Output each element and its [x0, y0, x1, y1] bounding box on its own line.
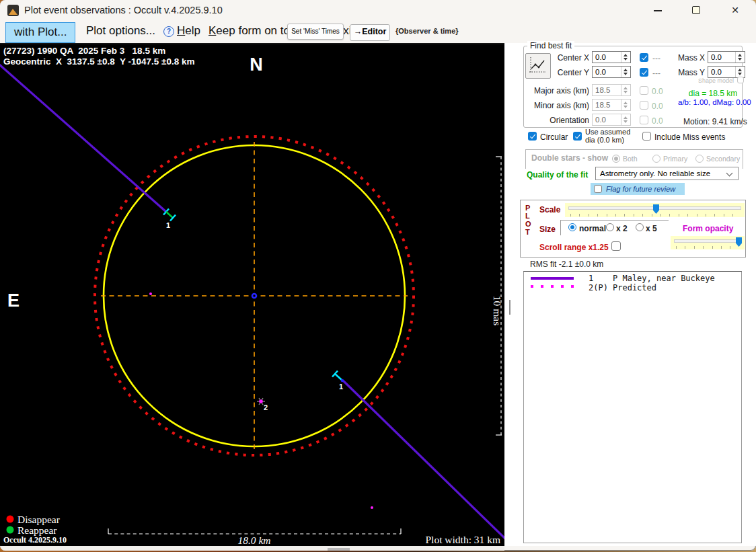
disappear-errorbar-span — [166, 212, 173, 218]
quality-fit-dropdown[interactable]: Astrometry only. No reliable size — [595, 167, 739, 180]
mass-x-spinner[interactable]: 0.0 — [708, 51, 745, 63]
small-point-2 — [371, 506, 373, 509]
motion-label: Motion: 9.41 km/s — [683, 117, 744, 126]
major-axis-unc: 0.0 — [652, 87, 663, 96]
shape-model-checkbox[interactable] — [737, 77, 744, 83]
scale-slider-ticks — [570, 214, 739, 216]
minor-axis-checkbox[interactable] — [640, 101, 648, 110]
plot-width-label: Plot width: 31 km — [425, 534, 500, 545]
bottom-strip — [0, 546, 504, 551]
use-assumed-checkbox[interactable] — [573, 132, 582, 141]
mass-y-value: 0.0 — [711, 68, 722, 76]
major-axis-label: Major axis (km) — [523, 86, 589, 95]
form-opacity-ticks — [676, 246, 739, 249]
center-x-label: Center X — [531, 53, 589, 63]
center-x-spinner[interactable]: 0.0 — [592, 51, 631, 63]
circular-label: Circular — [540, 132, 568, 142]
double-stars-secondary-radio[interactable] — [695, 155, 704, 163]
include-miss-checkbox[interactable] — [642, 132, 651, 141]
mas-scale-label: 10 mas — [492, 296, 503, 325]
include-miss-label: Include Miss events — [654, 132, 725, 142]
major-axis-checkbox[interactable] — [640, 86, 648, 95]
reappear-dot — [7, 526, 14, 534]
center-y-spin-arrows[interactable] — [621, 67, 630, 77]
menu-help-label: Help — [177, 20, 200, 42]
flag-review-checkbox[interactable] — [594, 185, 602, 193]
size-x5-label: x 5 — [646, 224, 657, 233]
double-stars-primary-radio[interactable] — [652, 155, 660, 163]
help-icon[interactable]: ? — [163, 26, 174, 37]
size-normal-label: normal — [579, 224, 606, 233]
scale-slider-thumb[interactable] — [653, 204, 659, 214]
menu-keep-form-on-top[interactable]: Keep form on top — [209, 20, 296, 42]
reappear-point — [341, 379, 344, 382]
chord1-label-disappear: 1 — [166, 221, 170, 229]
editor-button[interactable]: →Editor — [350, 24, 390, 41]
double-stars-both-radio[interactable] — [612, 155, 620, 163]
orientation-label: Orientation — [523, 116, 589, 125]
splitter-handle[interactable] — [509, 300, 511, 315]
minor-axis-spinner[interactable]: 18.5 — [592, 99, 631, 111]
size-x5-radio[interactable] — [636, 223, 644, 231]
disappear-label: Disappear — [17, 514, 61, 525]
title-bar: Plot event observations : Occult v.4.202… — [0, 0, 756, 20]
orientation-spinner[interactable]: 0.0 — [592, 114, 631, 126]
scroll-range-label: Scroll range x1.25 — [539, 243, 609, 252]
center-y-checkbox[interactable] — [640, 68, 648, 77]
predicted-swatch — [529, 284, 578, 289]
form-opacity-slider[interactable] — [671, 236, 745, 249]
scroll-range-checkbox[interactable] — [611, 241, 621, 251]
set-miss-times-button[interactable]: Set 'Miss' Times — [287, 24, 344, 40]
scale-label: Scale — [539, 205, 560, 214]
center-x-spin-arrows[interactable] — [621, 52, 630, 63]
size-label: Size — [539, 225, 556, 234]
center-x-checkbox[interactable] — [640, 53, 648, 62]
center-y-spinner[interactable]: 0.0 — [592, 66, 631, 78]
disappear-dot — [7, 516, 14, 523]
close-icon[interactable]: ✕ — [720, 0, 751, 20]
horizontal-scrollbar-thumb[interactable] — [328, 548, 350, 551]
minor-axis-label: Minor axis (km) — [523, 101, 589, 110]
right-panel: Find best fit Center X 0.0 --- Mass X 0.… — [504, 43, 756, 546]
use-assumed-label-line1: Use assumed — [585, 128, 630, 136]
ab-dmag-label: a/b: 1.00, dMag: 0.00 — [678, 98, 745, 106]
size-normal-radio[interactable] — [568, 223, 576, 231]
mass-y-spin-arrows[interactable] — [735, 67, 745, 77]
window-title: Plot event observations : Occult v.4.202… — [24, 0, 223, 20]
quality-fit-label: Quality of the fit — [527, 170, 588, 180]
use-assumed-label-line2: dia (0.0 km) — [585, 136, 624, 144]
major-axis-spinner[interactable]: 18.5 — [592, 84, 631, 96]
center-marker — [252, 294, 256, 298]
km-scale-bar — [108, 528, 401, 534]
plot-area[interactable]: 1 1 2 10 mas — [0, 43, 504, 546]
double-stars-title: Double stars - show — [531, 153, 608, 163]
menu-plot-options[interactable]: Plot options... — [86, 20, 155, 42]
east-label: E — [7, 290, 20, 311]
reappear-label: Reappear — [17, 524, 57, 536]
observations-list[interactable]: 1 P Maley, near Buckeye 2(P) Predicted — [523, 271, 742, 543]
plot-letter-o: O — [525, 220, 531, 228]
minor-axis-value: 18.5 — [595, 101, 610, 109]
major-axis-value: 18.5 — [595, 86, 610, 94]
orientation-checkbox[interactable] — [640, 116, 648, 124]
find-best-fit-title: Find best fit — [527, 41, 574, 50]
circular-checkbox[interactable] — [528, 132, 537, 141]
size-x2-radio[interactable] — [606, 223, 614, 231]
plot-canvas[interactable]: 1 1 2 10 mas — [0, 44, 504, 546]
small-point-1 — [149, 292, 152, 295]
minor-axis-unc: 0.0 — [652, 102, 663, 111]
form-opacity-thumb[interactable] — [736, 237, 742, 247]
center-y-value: 0.0 — [595, 68, 606, 76]
observation-name: P Maley, near Buckeye — [613, 274, 715, 283]
observation-name: Predicted — [613, 283, 656, 292]
size-x2-label: x 2 — [616, 224, 628, 233]
menu-with-plot[interactable]: with Plot... — [5, 22, 75, 43]
chord1-departure-segment — [343, 381, 504, 540]
menu-help[interactable]: Help — [177, 20, 200, 42]
scale-slider[interactable] — [565, 203, 745, 217]
maximize-icon[interactable] — [681, 0, 712, 20]
minimize-icon[interactable] — [642, 0, 673, 20]
mass-x-spin-arrows[interactable] — [735, 52, 745, 63]
rms-fit-label: RMS fit -2.1 ±0.0 km — [530, 260, 603, 269]
observation-num: 1 — [589, 274, 593, 283]
